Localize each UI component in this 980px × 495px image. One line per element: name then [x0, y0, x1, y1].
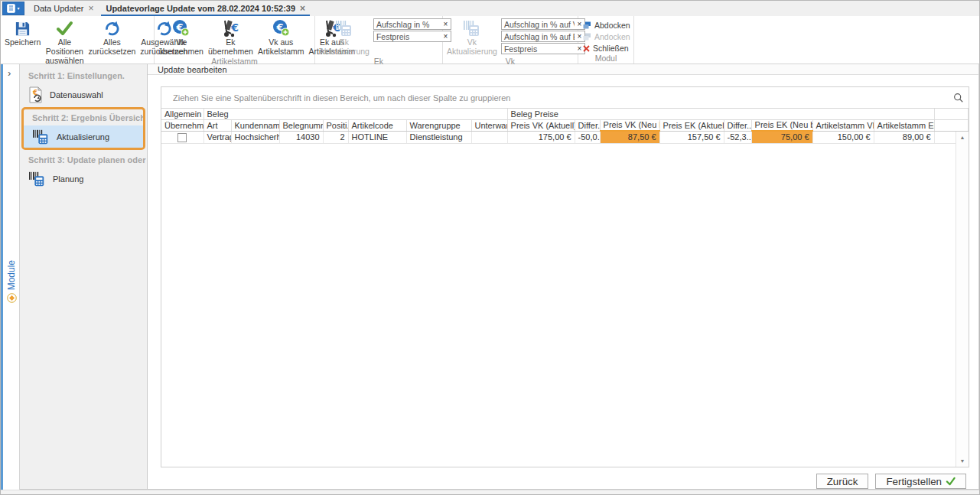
col-unterwarengruppe[interactable]: Unterware... [471, 119, 507, 131]
col-preis-vk-neu[interactable]: Preis VK (Neu bere... [600, 119, 659, 131]
finish-check-icon [946, 477, 956, 486]
band-beleg[interactable]: Beleg [203, 109, 507, 119]
module-strip: › Module [1, 64, 20, 490]
table-row: Vertrag Hochsicherheit... 14030 2 HOTLIN… [161, 131, 969, 143]
sidebar-item-datenauswahl[interactable]: € Datenauswahl [20, 83, 147, 106]
expand-chevron-icon[interactable]: › [8, 67, 11, 79]
sidebar-item-aktualisierung[interactable]: Aktualisierung [24, 125, 143, 148]
close-icon[interactable]: × [88, 4, 93, 13]
band-beleg-preise[interactable]: Beleg Preise [507, 109, 934, 119]
aufschlag-in-prozent-input[interactable]: Aufschlag in % × [373, 18, 451, 30]
dock-icon [583, 33, 591, 41]
sidebar-item-label: Aktualisierung [57, 132, 109, 142]
euro-coin-plus-icon: € [272, 18, 290, 38]
search-icon[interactable] [949, 93, 969, 103]
artikelstamm-ek-cell[interactable]: 89,00 € [874, 131, 934, 143]
col-artikelstamm-vk[interactable]: Artikelstamm VK [812, 119, 874, 131]
festpreis-ek-input[interactable]: Festpreis × [373, 31, 451, 42]
position-cell[interactable]: 2 [323, 131, 348, 143]
band-header-row: Allgemein Beleg Beleg Preise [161, 109, 969, 119]
euro-coin-plus-icon: € [171, 18, 190, 38]
artikelstamm-vk-cell[interactable]: 150,00 € [812, 131, 874, 143]
differenz-ek-cell[interactable]: -52,3... [724, 131, 751, 143]
alles-zuruecksetzen-button[interactable]: Alles zurücksetzen [86, 17, 138, 57]
preis-ek-aktuell-cell[interactable]: 157,50 € [659, 131, 724, 143]
warengruppe-cell[interactable]: Dienstleistung [406, 131, 471, 143]
check-icon [55, 18, 73, 38]
art-cell[interactable]: Vertrag [203, 131, 231, 143]
barcode-calculator-icon [28, 171, 47, 187]
scroll-up-icon[interactable]: ▲ [960, 132, 965, 143]
col-differenz-vk[interactable]: Differ... [575, 119, 600, 131]
col-preis-ek-aktuell[interactable]: Preis EK (Aktuell) [659, 119, 724, 131]
schliessen-button[interactable]: Schließen [583, 43, 630, 54]
band-filler [934, 109, 968, 119]
col-artikelcode[interactable]: Artikelcode [348, 119, 406, 131]
festpreis-vk-input[interactable]: Festpreis × [501, 43, 585, 54]
redo-arrow-icon [103, 18, 120, 38]
alle-positionen-auswaehlen-button[interactable]: Alle Positionen auswählen [43, 17, 86, 65]
vertical-scrollbar[interactable]: ▲ ▼ [956, 132, 969, 467]
group-panel-hint: Ziehen Sie eine Spaltenüberschrift in di… [161, 93, 949, 103]
current-step-highlight-box: Schritt 2: Ergebnis Übersicht. Aktualisi… [21, 107, 145, 150]
ribbon-group-daten: Speichern Alle Positionen auswählen Alle… [1, 16, 155, 64]
speichern-button[interactable]: Speichern [2, 17, 43, 47]
sidebar-item-planung[interactable]: Planung [20, 168, 147, 190]
abdocken-button[interactable]: Abdocken [583, 20, 630, 31]
uebernehmen-cell[interactable] [161, 131, 203, 143]
group-by-panel[interactable]: Ziehen Sie eine Spaltenüberschrift in di… [161, 87, 969, 109]
col-preis-ek-neu[interactable]: Preis EK (Neu berec... [751, 119, 812, 131]
step1-header: Schritt 1: Einstellungen. [20, 67, 147, 83]
step2-header: Schritt 2: Ergebnis Übersicht. [24, 109, 143, 125]
col-filler [934, 119, 968, 131]
col-preis-vk-aktuell[interactable]: Preis VK (Aktuell) [507, 119, 575, 131]
app-window: ▾ Data Updater × Updatevorlage Update vo… [0, 0, 980, 495]
svg-text:€: € [231, 21, 239, 34]
module-vertical-tab[interactable]: Module [4, 260, 19, 303]
col-warengruppe[interactable]: Warengruppe [406, 119, 471, 131]
unterwarengruppe-cell[interactable] [471, 131, 507, 143]
differenz-vk-cell[interactable]: -50,0... [575, 131, 600, 143]
fertigstellen-button[interactable]: Fertigstellen [875, 474, 966, 489]
aufschlag-auf-ek-input[interactable]: Aufschlag in % auf Ek × [501, 31, 585, 42]
steps-sidebar: Schritt 1: Einstellungen. € Datenauswahl… [20, 64, 148, 490]
ek-aktualisierung-button: Ek Aktualisierung [317, 17, 372, 57]
col-uebernehmen[interactable]: Übernehmen [161, 119, 203, 131]
band-allgemein[interactable]: Allgemein [161, 109, 203, 119]
preis-vk-neu-cell[interactable]: 87,50 € [600, 131, 659, 143]
ribbon-group-modul: Abdocken Andocken Schließen [578, 16, 634, 64]
barcode-calculator-icon [32, 129, 50, 145]
kundenname-cell[interactable]: Hochsicherheit... [231, 131, 279, 143]
tab-data-updater[interactable]: Data Updater × [28, 1, 99, 16]
col-belegnummer[interactable]: Belegnummer [279, 119, 323, 131]
data-selection-icon: € [28, 86, 44, 103]
col-artikelstamm-ek[interactable]: Artikelstamm EK [874, 119, 934, 131]
sidebar-item-label: Planung [53, 174, 83, 184]
close-icon[interactable]: × [300, 4, 305, 13]
belegnummer-cell[interactable]: 14030 [279, 131, 323, 143]
column-header-row: Übernehmen Art Kundenname Belegnummer Po… [161, 119, 969, 131]
col-kundenname[interactable]: Kundenname [231, 119, 279, 131]
scroll-down-icon[interactable]: ▼ [960, 455, 965, 467]
col-position[interactable]: Positi... [323, 119, 348, 131]
artikelcode-cell[interactable]: HOTLINE [348, 131, 406, 143]
app-menu-button[interactable]: ▾ [2, 2, 24, 15]
vk-uebernehmen-button[interactable]: € Vk übernehmen [156, 17, 206, 57]
ribbon: Speichern Alle Positionen auswählen Alle… [1, 16, 979, 64]
tab-updatevorlage[interactable]: Updatevorlage Update vom 28.02.2024 10:5… [99, 1, 311, 16]
dropdown-icon: ▾ [17, 6, 19, 11]
uebernehmen-checkbox[interactable] [177, 133, 187, 142]
ek-uebernehmen-button[interactable]: € Ek übernehmen [206, 17, 256, 57]
preis-vk-aktuell-cell[interactable]: 175,00 € [507, 131, 575, 143]
aufschlag-auf-vk-input[interactable]: Aufschlag in % auf Vk × [501, 18, 585, 30]
ribbon-empty-space [634, 16, 979, 64]
main-panel: Update bearbeiten Ziehen Sie eine Spalte… [148, 64, 979, 490]
vk-aus-artikelstamm-button[interactable]: € Vk aus Artikelstamm [256, 17, 307, 57]
preis-ek-neu-cell[interactable]: 75,00 € [751, 131, 812, 143]
notebook-icon [7, 4, 15, 13]
ribbon-group-ek: Ek Aktualisierung Aufschlag in % × Festp… [315, 16, 443, 64]
tab-label: Data Updater [34, 4, 83, 13]
col-art[interactable]: Art [203, 119, 231, 131]
col-differenz-ek[interactable]: Differ... [724, 119, 751, 131]
zurueck-button[interactable]: Zurück [816, 474, 869, 489]
